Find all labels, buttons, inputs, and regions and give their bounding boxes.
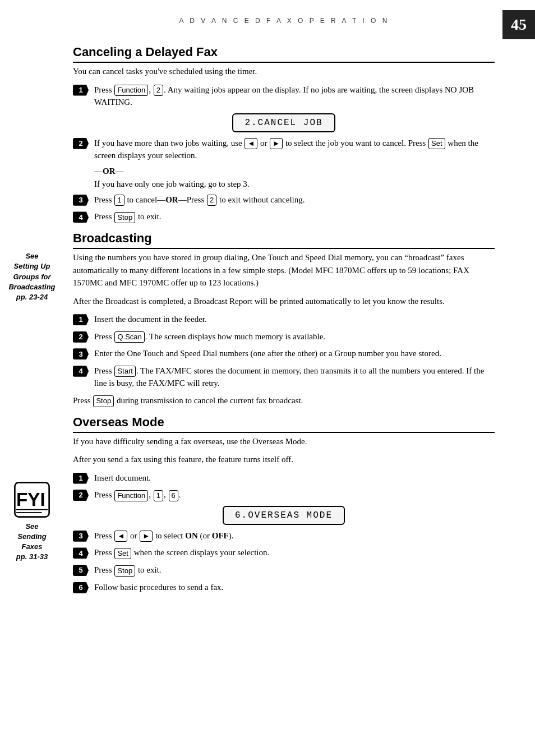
ostep-number-1: 1 [73,473,89,484]
broadcast-step-4-text: Press Start. The FAX/MFC stores the docu… [94,365,495,390]
or-separator-1: —OR— [94,167,495,176]
overseas-step-6: 6 Follow basic procedures to send a fax. [73,581,495,594]
lcd-overseas-mode: 6.OVERSEAS MODE [223,506,345,525]
broadcasting-steps: 1 Insert the document in the feeder. 2 P… [73,313,495,390]
overseas-step-5-text: Press Stop to exit. [94,564,495,577]
cancel-steps: 1 Press Function, 2. Any waiting jobs ap… [73,84,495,109]
broadcast-step-1-text: Insert the document in the feeder. [94,313,495,326]
step-number-3: 3 [73,195,89,206]
broadcast-step-3: 3 Enter the One Touch and Speed Dial num… [73,347,495,360]
cancel-step-3: 3 Press 1 to cancel—OR—Press 2 to exit w… [73,193,495,206]
step-number-4: 4 [73,211,89,223]
overseas-content: FYI SeeSendingFaxespp. 31-33 If you have… [73,435,495,594]
overseas-step-3: 3 Press ◄ or ► to select ON (or OFF). [73,529,495,542]
cancel-step-2-text: If you have more than two jobs waiting, … [94,137,495,162]
key-1-overseas: 1 [154,490,163,501]
overseas-step-6-text: Follow basic procedures to send a fax. [94,581,495,594]
lcd-cancel-job: 2.CANCEL JOB [232,113,335,132]
ostep-number-4: 4 [73,547,89,559]
broadcast-step-1: 1 Insert the document in the feeder. [73,313,495,326]
overseas-step-5: 5 Press Stop to exit. [73,564,495,577]
cancel-steps-2plus: 2 If you have more than two jobs waiting… [73,137,495,162]
overseas-step-3-text: Press ◄ or ► to select ON (or OFF). [94,529,495,542]
cancel-step-4: 4 Press Stop to exit. [73,210,495,223]
key-stop-broadcast: Stop [93,395,114,407]
ostep-number-5: 5 [73,565,89,576]
key-start-1: Start [114,366,135,377]
cancel-steps-34: 3 Press 1 to cancel—OR—Press 2 to exit w… [73,193,495,223]
cancel-step-1-text: Press Function, 2. Any waiting jobs appe… [94,84,495,109]
cancel-intro: You can cancel tasks you've scheduled us… [73,65,495,78]
broadcasting-intro: Using the numbers you have stored in gro… [73,251,495,289]
overseas-step-1: 1 Insert document. [73,472,495,485]
overseas-step-4-text: Press Set when the screen displays your … [94,546,495,559]
fyi-area: FYI SeeSendingFaxespp. 31-33 [1,480,63,563]
overseas-steps: 1 Insert document. 2 Press Function, 1, … [73,472,495,501]
key-left-overseas: ◄ [114,531,127,542]
svg-text:FYI: FYI [16,488,45,509]
cancel-step-2: 2 If you have more than two jobs waiting… [73,137,495,162]
bstep-number-2: 2 [73,331,89,343]
key-function-2: Function [114,490,148,501]
key-stop-1: Stop [114,212,135,223]
key-function-1: Function [114,85,148,96]
overseas-intro2: After you send a fax using this feature,… [73,453,495,466]
cancel-step-3-text: Press 1 to cancel—OR—Press 2 to exit wit… [94,193,495,206]
overseas-step-2-text: Press Function, 1, 6. [94,488,495,501]
cancel-step-1: 1 Press Function, 2. Any waiting jobs ap… [73,84,495,109]
cancel-or-note: If you have only one job waiting, go to … [94,179,495,189]
fyi-icon: FYI [12,480,52,519]
key-right-1: ► [270,138,283,149]
section-title-overseas: Overseas Mode [73,415,495,433]
page-number: 45 [502,10,535,39]
broadcasting-content: SeeSetting UpGroups forBroadcastingpp. 2… [73,251,495,407]
page-header: A D V A N C E D F A X O P E R A T I O N [73,17,496,25]
section-title-cancel: Canceling a Delayed Fax [73,45,495,63]
broadcast-step-2-text: Press Q.Scan. The screen displays how mu… [94,330,495,343]
overseas-step-1-text: Insert document. [94,472,495,485]
ostep-number-3: 3 [73,531,89,542]
key-left-1: ◄ [245,138,257,149]
step-number-1: 1 [73,85,89,96]
ostep-number-2: 2 [73,490,89,501]
key-set-overseas: Set [114,548,131,559]
broadcasting-side-note: SeeSetting UpGroups forBroadcastingpp. 2… [1,251,63,302]
key-stop-overseas: Stop [114,565,135,577]
bstep-number-3: 3 [73,348,89,359]
fyi-see-note: SeeSendingFaxespp. 31-33 [16,522,48,563]
cancel-step-4-text: Press Stop to exit. [94,210,495,223]
key-set-1: Set [428,138,445,149]
key-1-cancel: 1 [114,195,124,206]
step-number-2: 2 [73,138,89,149]
key-2-exit: 2 [207,195,216,206]
section-title-broadcasting: Broadcasting [73,231,495,249]
broadcast-step-2: 2 Press Q.Scan. The screen displays how … [73,330,495,343]
bstep-number-4: 4 [73,366,89,377]
broadcasting-after: After the Broadcast is completed, a Broa… [73,295,495,308]
ostep-number-6: 6 [73,582,89,593]
broadcast-step-3-text: Enter the One Touch and Speed Dial numbe… [94,347,495,360]
overseas-step-2: 2 Press Function, 1, 6. [73,488,495,501]
broadcast-stop-note: Press Stop during transmission to cancel… [73,394,495,407]
bstep-number-1: 1 [73,314,89,325]
overseas-steps-3plus: 3 Press ◄ or ► to select ON (or OFF). 4 … [73,529,495,593]
broadcast-step-4: 4 Press Start. The FAX/MFC stores the do… [73,365,495,390]
overseas-step-4: 4 Press Set when the screen displays you… [73,546,495,559]
key-6-overseas: 6 [169,490,178,501]
key-right-overseas: ► [140,531,153,542]
overseas-intro1: If you have difficulty sending a fax ove… [73,435,495,448]
key-qscan: Q.Scan [114,331,144,343]
main-content: Canceling a Delayed Fax You can cancel t… [73,45,495,739]
key-2-1: 2 [154,85,163,96]
